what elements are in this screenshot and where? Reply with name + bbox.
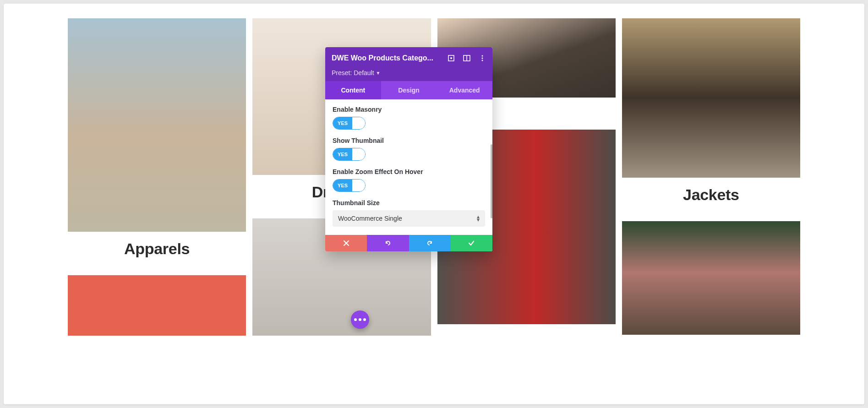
toggle-enable-masonry[interactable]: YES — [333, 117, 366, 130]
field-label-thumbnail: Show Thumbnail — [333, 137, 485, 144]
expand-icon[interactable] — [448, 54, 455, 62]
category-image — [622, 18, 800, 178]
svg-point-4 — [482, 55, 483, 57]
caret-down-icon: ▼ — [376, 71, 381, 76]
page-builder-viewport: Apparels Dresses — [4, 4, 864, 404]
category-label: Jackets — [622, 178, 800, 215]
category-card[interactable] — [622, 221, 800, 335]
preset-dropdown[interactable]: Preset: Default ▼ — [332, 69, 486, 81]
undo-icon — [384, 239, 392, 247]
field-label-masonry: Enable Masonry — [333, 106, 485, 113]
category-image — [68, 18, 246, 232]
svg-point-1 — [450, 57, 452, 59]
category-card[interactable] — [68, 275, 246, 336]
preset-label: Preset: Default — [332, 69, 374, 76]
builder-fab-button[interactable] — [351, 310, 369, 329]
field-label-thumbsize: Thumbnail Size — [333, 199, 485, 207]
category-image — [68, 275, 246, 336]
toggle-show-thumbnail[interactable]: YES — [333, 148, 366, 161]
cancel-button[interactable] — [325, 235, 367, 251]
modal-title: DWE Woo Products Catego... — [332, 54, 443, 62]
modal-body: Enable Masonry YES Show Thumbnail YES En… — [325, 99, 492, 235]
toggle-zoom-hover[interactable]: YES — [333, 179, 366, 192]
category-image — [622, 221, 800, 335]
category-card-jackets[interactable]: Jackets — [622, 18, 800, 215]
toggle-knob — [352, 148, 365, 160]
confirm-button[interactable] — [451, 235, 492, 251]
svg-point-5 — [482, 58, 483, 59]
select-thumbnail-size[interactable]: WooCommerce Single — [333, 210, 485, 227]
category-label: Apparels — [68, 232, 246, 269]
modal-header[interactable]: DWE Woo Products Catego... Preset: Defau… — [325, 47, 492, 81]
toggle-knob — [352, 180, 365, 191]
tab-advanced[interactable]: Advanced — [437, 81, 492, 99]
field-label-zoom: Enable Zoom Effect On Hover — [333, 168, 485, 175]
redo-icon — [426, 239, 433, 247]
undo-button[interactable] — [367, 235, 409, 251]
svg-point-6 — [482, 60, 483, 61]
toggle-knob — [352, 117, 365, 129]
check-icon — [468, 239, 475, 247]
scrollbar-thumb[interactable] — [491, 144, 492, 218]
tab-content[interactable]: Content — [325, 81, 381, 99]
redo-button[interactable] — [409, 235, 451, 251]
tab-design[interactable]: Design — [381, 81, 437, 99]
toggle-on-label: YES — [333, 148, 352, 160]
category-card-apparels[interactable]: Apparels — [68, 18, 246, 269]
toggle-on-label: YES — [333, 117, 352, 129]
more-vertical-icon[interactable] — [479, 54, 486, 62]
close-icon — [343, 239, 350, 247]
modal-tabs: Content Design Advanced — [325, 81, 492, 99]
module-settings-modal: DWE Woo Products Catego... Preset: Defau… — [325, 47, 492, 251]
toggle-on-label: YES — [333, 180, 352, 191]
modal-footer — [325, 235, 492, 251]
columns-icon[interactable] — [463, 54, 470, 62]
